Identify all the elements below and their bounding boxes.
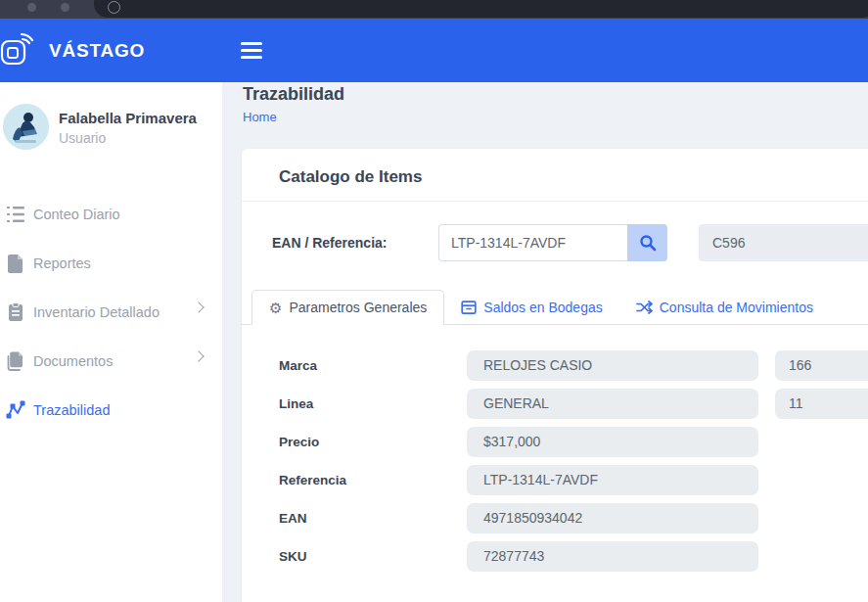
form-row-sku: SKU 72877743: [242, 541, 868, 572]
gear-icon: ⚙: [269, 301, 282, 315]
form-row-marca: Marca RELOJES CASIO 166: [242, 350, 868, 381]
sku-field: 72877743: [467, 541, 758, 572]
sidebar-item-label: Reportes: [33, 255, 91, 271]
user-name: Falabella Primavera: [59, 106, 222, 126]
content-area: Trazabilidad Home Catalogo de Items EAN …: [222, 82, 868, 602]
site-info-icon[interactable]: [108, 1, 120, 14]
parametros-form: Marca RELOJES CASIO 166 Linea GENERAL 11…: [242, 350, 868, 579]
referencia-field: LTP-1314L-7AVDF: [467, 465, 758, 495]
search-row: EAN / Referencia: C596: [242, 224, 868, 261]
hamburger-menu-icon[interactable]: [241, 42, 262, 59]
browser-chrome: gallostoque.com/vastago/dist/vastago-fre…: [0, 0, 868, 19]
brand[interactable]: VÁSTAGO: [0, 31, 145, 70]
route-icon: [5, 400, 26, 420]
linea-field: GENERAL: [467, 389, 758, 419]
page-title: Trazabilidad: [243, 84, 344, 105]
precio-field: $317,000: [467, 427, 758, 457]
documents-icon: [5, 351, 26, 371]
field-label: SKU: [279, 549, 430, 564]
brand-name: VÁSTAGO: [49, 40, 145, 62]
linea-code-field: 11: [775, 389, 868, 419]
field-label: Marca: [279, 358, 430, 373]
field-label: Referencia: [279, 473, 430, 487]
card-title: Catalogo de Items: [279, 167, 422, 186]
tabs: ⚙ Parametros Generales Saldos en Bodegas: [242, 291, 868, 325]
sidebar-item-reportes[interactable]: Reportes: [0, 239, 222, 288]
breadcrumb[interactable]: Home: [243, 110, 277, 124]
numbered-list-icon: [5, 205, 26, 224]
search-icon: [639, 234, 657, 252]
search-button[interactable]: [627, 224, 667, 261]
tab-label: Saldos en Bodegas: [483, 300, 602, 315]
chevron-right-icon: [193, 350, 204, 361]
field-label: EAN: [279, 511, 430, 526]
form-row-precio: Precio $317,000: [242, 427, 868, 457]
sidebar-item-inventario-detallado[interactable]: Inventario Detallado: [0, 288, 222, 337]
card-header: Catalogo de Items: [242, 149, 868, 202]
chevron-right-icon: [193, 301, 204, 312]
field-label: Linea: [279, 396, 430, 411]
form-row-referencia: Referencia LTP-1314L-7AVDF: [242, 465, 868, 495]
sidebar-item-label: Documentos: [33, 353, 113, 369]
ean-referencia-input[interactable]: [438, 224, 627, 261]
sidebar-menu: Conteo Diario Reportes Inventario Detall…: [0, 190, 222, 435]
sidebar-item-label: Inventario Detallado: [33, 304, 160, 320]
field-label: Precio: [279, 435, 430, 449]
sidebar-item-trazabilidad[interactable]: Trazabilidad: [0, 386, 222, 435]
tab-saldos-en-bodegas[interactable]: Saldos en Bodegas: [444, 291, 618, 324]
user-role: Usuario: [59, 130, 222, 146]
tab-label: Consulta de Movimientos: [660, 300, 813, 315]
tab-label: Parametros Generales: [289, 300, 427, 315]
marca-code-field: 166: [775, 350, 868, 381]
file-icon: [5, 254, 26, 273]
user-block[interactable]: Falabella Primavera Usuario: [0, 82, 222, 176]
ean-field: 4971850934042: [467, 503, 758, 533]
catalog-card: Catalogo de Items EAN / Referencia: C596…: [242, 149, 868, 602]
sidebar-item-conteo-diario[interactable]: Conteo Diario: [0, 190, 222, 239]
address-bar[interactable]: gallostoque.com/vastago/dist/vastago-fre…: [94, 0, 868, 18]
form-row-linea: Linea GENERAL 11: [242, 389, 868, 419]
clipboard-icon: [5, 302, 26, 322]
rfid-logo-icon: [0, 31, 37, 70]
avatar: [3, 104, 49, 150]
browser-profile-icon[interactable]: [61, 3, 69, 12]
sidebar-item-documentos[interactable]: Documentos: [0, 337, 222, 386]
marca-field: RELOJES CASIO: [467, 350, 758, 381]
app-header: VÁSTAGO: [0, 19, 868, 82]
sidebar-item-label: Conteo Diario: [33, 207, 120, 222]
shuffle-icon: [636, 301, 653, 314]
item-code-field: C596: [699, 224, 868, 261]
browser-extension-icon[interactable]: [27, 3, 36, 12]
sidebar-item-label: Trazabilidad: [33, 402, 110, 418]
sidebar: Falabella Primavera Usuario Conteo Diari…: [0, 82, 222, 602]
tab-parametros-generales[interactable]: ⚙ Parametros Generales: [251, 290, 444, 325]
archive-icon: [461, 301, 477, 315]
search-label: EAN / Referencia:: [272, 235, 438, 251]
tab-consulta-de-movimientos[interactable]: Consulta de Movimientos: [619, 291, 830, 324]
form-row-ean: EAN 4971850934042: [242, 503, 868, 533]
